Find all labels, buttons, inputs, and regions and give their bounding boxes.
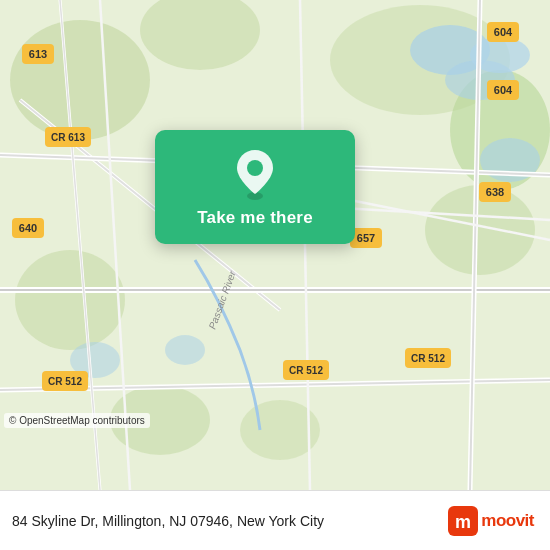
svg-point-6 (15, 250, 125, 350)
osm-text: © OpenStreetMap contributors (9, 415, 145, 426)
svg-text:613: 613 (29, 48, 47, 60)
osm-attribution: © OpenStreetMap contributors (4, 413, 150, 428)
svg-text:m: m (455, 512, 471, 532)
svg-text:604: 604 (494, 26, 513, 38)
svg-text:604: 604 (494, 84, 513, 96)
svg-text:657: 657 (357, 232, 375, 244)
svg-point-14 (165, 335, 205, 365)
address-text: 84 Skyline Dr, Millington, NJ 07946, New… (12, 513, 448, 529)
svg-text:CR 512: CR 512 (48, 376, 82, 387)
moovit-brand-text: moovit (481, 511, 534, 531)
moovit-logo: m moovit (448, 506, 534, 536)
svg-text:CR 512: CR 512 (411, 353, 445, 364)
svg-text:CR 512: CR 512 (289, 365, 323, 376)
take-me-there-card[interactable]: Take me there (155, 130, 355, 244)
map-container: 613 CR 613 640 CR 512 CR 512 CR 512 657 … (0, 0, 550, 490)
svg-point-1 (10, 20, 150, 140)
footer: 84 Skyline Dr, Millington, NJ 07946, New… (0, 490, 550, 550)
take-me-there-label: Take me there (197, 208, 313, 228)
svg-text:CR 613: CR 613 (51, 132, 85, 143)
svg-text:638: 638 (486, 186, 504, 198)
moovit-icon: m (448, 506, 478, 536)
svg-point-53 (247, 160, 263, 176)
svg-text:640: 640 (19, 222, 37, 234)
location-pin-icon (233, 148, 277, 200)
